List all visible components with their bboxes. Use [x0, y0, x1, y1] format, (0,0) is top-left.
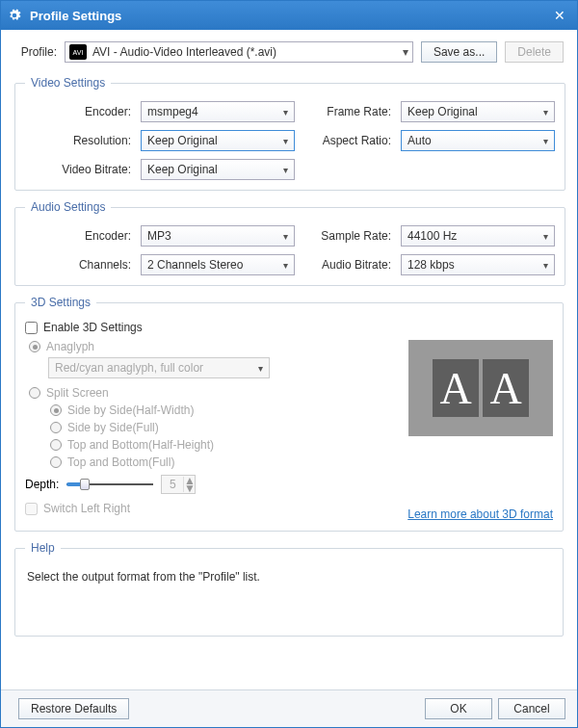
resolution-combo[interactable]: Keep Original▾: [141, 130, 295, 151]
delete-label: Delete: [517, 45, 551, 59]
chevron-down-icon: ▾: [543, 136, 548, 146]
anaglyph-mode-combo: Red/cyan anaglyph, full color▾: [48, 357, 270, 378]
preview-letter-icon: A: [483, 359, 529, 417]
enable-3d-input[interactable]: [25, 322, 38, 334]
audio-bitrate-label: Audio Bitrate:: [304, 258, 391, 272]
cancel-label: Cancel: [513, 702, 549, 715]
video-bitrate-label: Video Bitrate:: [25, 163, 131, 176]
switch-lr-input: [25, 503, 38, 515]
delete-button: Delete: [505, 41, 564, 63]
side-half-radio: Side by Side(Half-Width): [50, 403, 380, 417]
chevron-down-icon: ▾: [543, 107, 548, 117]
preview-letter-icon: A: [433, 359, 479, 417]
video-settings-legend: Video Settings: [25, 76, 111, 90]
audio-encoder-label: Encoder:: [25, 229, 131, 243]
three-d-preview: A A: [408, 340, 553, 436]
close-icon[interactable]: ✕: [548, 8, 571, 23]
radio-icon: [50, 422, 62, 433]
footer: Restore Defaults OK Cancel: [1, 689, 577, 727]
frame-rate-label: Frame Rate:: [304, 105, 391, 118]
ok-button[interactable]: OK: [425, 698, 492, 719]
restore-defaults-label: Restore Defaults: [31, 702, 117, 715]
depth-row: Depth: 5 ▲▼: [25, 475, 380, 494]
audio-settings-group: Audio Settings Encoder: MP3▾ Sample Rate…: [14, 200, 565, 286]
save-as-button[interactable]: Save as...: [421, 41, 497, 63]
video-encoder-combo[interactable]: msmpeg4▾: [141, 101, 295, 122]
chevron-down-icon: ▾: [258, 363, 263, 374]
chevron-down-icon: ▾: [283, 136, 288, 146]
chevron-down-icon: ▾: [543, 260, 548, 271]
chevron-down-icon: ▾: [283, 231, 288, 242]
chevron-down-icon: ▾: [283, 260, 288, 271]
cancel-button[interactable]: Cancel: [498, 698, 565, 719]
depth-slider[interactable]: [66, 478, 153, 491]
enable-3d-label: Enable 3D Settings: [43, 321, 143, 334]
anaglyph-radio: Anaglyph: [29, 340, 380, 353]
switch-lr-checkbox: Switch Left Right: [25, 502, 380, 515]
help-text: Select the output format from the "Profi…: [25, 566, 553, 587]
split-screen-radio: Split Screen: [29, 386, 380, 400]
aspect-ratio-combo[interactable]: Auto▾: [401, 130, 555, 151]
help-group: Help Select the output format from the "…: [14, 541, 564, 637]
depth-spinner: 5 ▲▼: [161, 475, 196, 494]
profile-row: Profile: AVI AVI - Audio-Video Interleav…: [14, 41, 564, 63]
ok-label: OK: [450, 702, 466, 715]
save-as-label: Save as...: [434, 45, 485, 59]
chevron-down-icon: ▾: [283, 107, 288, 117]
three-d-settings-group: 3D Settings Enable 3D Settings Anaglyph …: [14, 296, 564, 532]
top-half-radio: Top and Bottom(Half-Height): [50, 438, 380, 452]
video-settings-group: Video Settings Encoder: msmpeg4▾ Frame R…: [14, 76, 565, 191]
three-d-legend: 3D Settings: [25, 296, 96, 309]
radio-icon: [29, 387, 40, 399]
profile-value: AVI - Audio-Video Interleaved (*.avi): [92, 45, 403, 59]
window-title: Profile Settings: [30, 9, 548, 23]
resolution-label: Resolution:: [25, 134, 131, 147]
depth-value: 5: [162, 478, 183, 491]
channels-combo[interactable]: 2 Channels Stereo▾: [141, 254, 295, 275]
radio-icon: [50, 456, 62, 468]
restore-defaults-button[interactable]: Restore Defaults: [18, 698, 129, 719]
gear-icon: [7, 8, 22, 23]
avi-format-icon: AVI: [69, 44, 87, 60]
spinner-arrows-icon: ▲▼: [183, 477, 195, 492]
profile-combo[interactable]: AVI AVI - Audio-Video Interleaved (*.avi…: [65, 41, 413, 63]
video-encoder-label: Encoder:: [25, 105, 131, 118]
chevron-down-icon: ▾: [543, 231, 548, 242]
radio-icon: [50, 404, 62, 416]
learn-more-link[interactable]: Learn more about 3D format: [407, 507, 553, 521]
side-full-radio: Side by Side(Full): [50, 421, 380, 434]
radio-icon: [29, 341, 40, 352]
enable-3d-checkbox[interactable]: Enable 3D Settings: [25, 321, 380, 334]
sample-rate-combo[interactable]: 44100 Hz▾: [401, 225, 555, 247]
audio-settings-legend: Audio Settings: [25, 200, 111, 214]
chevron-down-icon: ▾: [283, 165, 288, 175]
aspect-ratio-label: Aspect Ratio:: [304, 134, 391, 147]
audio-bitrate-combo[interactable]: 128 kbps▾: [401, 254, 555, 275]
radio-icon: [50, 439, 62, 451]
sample-rate-label: Sample Rate:: [304, 229, 391, 243]
profile-label: Profile:: [14, 45, 57, 59]
help-legend: Help: [25, 541, 61, 555]
titlebar: Profile Settings ✕: [1, 1, 577, 30]
content-area: Profile: AVI AVI - Audio-Video Interleav…: [1, 30, 577, 689]
chevron-down-icon: ▾: [403, 45, 408, 59]
frame-rate-combo[interactable]: Keep Original▾: [401, 101, 555, 122]
switch-lr-label: Switch Left Right: [43, 502, 130, 515]
slider-thumb[interactable]: [80, 479, 90, 490]
top-full-radio: Top and Bottom(Full): [50, 455, 380, 469]
channels-label: Channels:: [25, 258, 131, 272]
audio-encoder-combo[interactable]: MP3▾: [141, 225, 295, 247]
video-bitrate-combo[interactable]: Keep Original▾: [141, 159, 295, 180]
depth-label: Depth:: [25, 478, 59, 491]
